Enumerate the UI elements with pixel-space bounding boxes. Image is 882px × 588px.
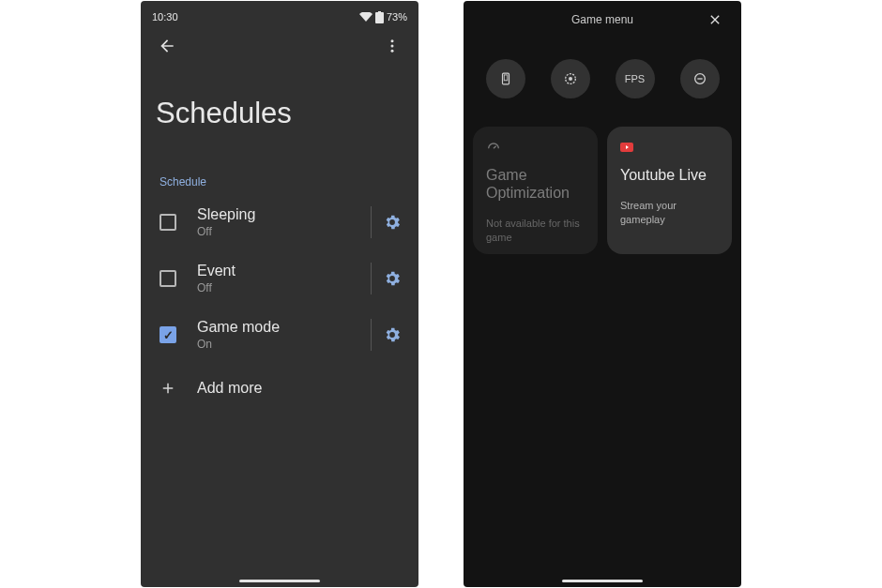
checkbox-event[interactable] <box>160 270 176 287</box>
record-icon <box>563 71 578 86</box>
card-title: Youtube Live <box>620 166 721 184</box>
fps-label: FPS <box>625 73 645 84</box>
cards-row: Game Optimization Not available for this… <box>464 98 741 254</box>
divider <box>371 206 372 238</box>
quick-actions: FPS <box>464 38 741 98</box>
add-more-label: Add more <box>197 380 405 397</box>
overflow-button[interactable] <box>381 35 403 57</box>
record-button[interactable] <box>551 59 590 98</box>
nav-handle[interactable] <box>239 580 320 582</box>
schedule-list: Sleeping Off Event Off ✓ Game mode On <box>141 194 418 414</box>
item-title: Sleeping <box>197 206 363 223</box>
card-youtube-live[interactable]: Youtube Live Stream your gameplay <box>607 127 732 254</box>
game-menu-header: Game menu <box>464 1 741 38</box>
wifi-icon <box>359 12 373 22</box>
section-label: Schedule <box>141 130 418 194</box>
divider <box>371 319 372 351</box>
back-button[interactable] <box>156 35 178 57</box>
checkbox-game-mode[interactable]: ✓ <box>160 326 176 343</box>
fps-button[interactable]: FPS <box>616 59 655 98</box>
card-subtitle: Not available for this game <box>486 217 586 245</box>
youtube-icon <box>620 140 721 155</box>
screenshot-button[interactable] <box>486 59 525 98</box>
card-game-optimization[interactable]: Game Optimization Not available for this… <box>473 127 598 254</box>
status-time: 10:30 <box>152 11 178 23</box>
settings-button-sleeping[interactable] <box>379 209 405 235</box>
game-menu-screen: Game menu FPS Game Optimization Not avai… <box>464 1 741 587</box>
settings-button-game-mode[interactable] <box>379 322 405 348</box>
nav-handle[interactable] <box>562 580 643 582</box>
gauge-icon <box>486 140 586 155</box>
status-battery: 73% <box>387 11 407 23</box>
status-bar: 10:30 73% <box>141 8 418 25</box>
gear-icon <box>383 213 402 232</box>
svg-rect-4 <box>504 75 508 81</box>
check-icon: ✓ <box>163 328 174 342</box>
svg-point-0 <box>391 39 394 42</box>
add-more-button[interactable]: Add more <box>141 363 418 414</box>
checkbox-sleeping[interactable] <box>160 214 176 231</box>
close-icon <box>707 12 722 27</box>
gear-icon <box>383 269 402 288</box>
svg-point-1 <box>391 45 394 48</box>
divider <box>371 263 372 294</box>
plus-icon <box>160 380 176 397</box>
item-status: On <box>197 338 363 351</box>
dnd-icon <box>692 71 707 86</box>
gear-icon <box>383 325 402 344</box>
header-row <box>141 25 418 57</box>
item-status: Off <box>197 281 363 294</box>
close-button[interactable] <box>704 8 726 31</box>
card-title: Game Optimization <box>486 166 586 202</box>
svg-rect-8 <box>697 78 702 79</box>
schedules-screen: 10:30 73% Schedules Schedule Sleeping Of… <box>141 1 418 587</box>
more-vertical-icon <box>384 38 401 54</box>
item-title: Event <box>197 263 363 279</box>
list-item-sleeping[interactable]: Sleeping Off <box>141 194 418 250</box>
svg-point-2 <box>391 50 394 53</box>
page-title: Schedules <box>141 57 418 130</box>
list-item-game-mode[interactable]: ✓ Game mode On <box>141 307 418 363</box>
settings-button-event[interactable] <box>379 265 405 292</box>
item-title: Game mode <box>197 319 363 336</box>
dnd-button[interactable] <box>680 59 720 98</box>
game-menu-title: Game menu <box>571 13 633 26</box>
svg-point-6 <box>569 77 572 81</box>
list-item-event[interactable]: Event Off <box>141 250 418 307</box>
arrow-left-icon <box>158 37 176 55</box>
battery-icon <box>375 11 384 23</box>
phone-icon <box>499 70 512 87</box>
card-subtitle: Stream your gameplay <box>620 199 721 227</box>
item-status: Off <box>197 225 363 238</box>
